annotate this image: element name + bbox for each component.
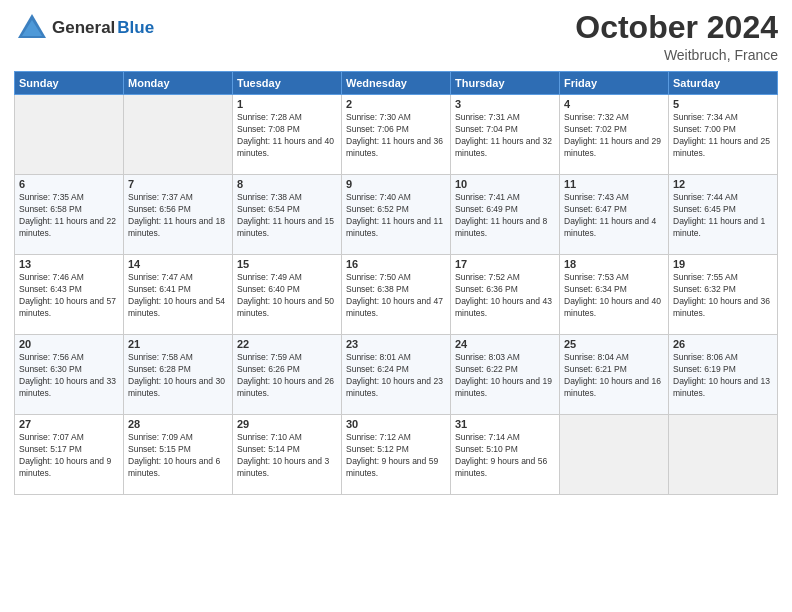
- sunrise-text: Sunrise: 7:32 AM: [564, 112, 629, 122]
- table-row: 6Sunrise: 7:35 AMSunset: 6:58 PMDaylight…: [15, 175, 124, 255]
- day-number: 29: [237, 418, 337, 430]
- sunrise-text: Sunrise: 7:55 AM: [673, 272, 738, 282]
- calendar-page: GeneralBlue October 2024 Weitbruch, Fran…: [0, 0, 792, 612]
- sunset-text: Sunset: 5:12 PM: [346, 444, 409, 454]
- table-row: 20Sunrise: 7:56 AMSunset: 6:30 PMDayligh…: [15, 335, 124, 415]
- day-number: 11: [564, 178, 664, 190]
- daylight-text: Daylight: 10 hours and 13 minutes.: [673, 376, 770, 398]
- daylight-text: Daylight: 10 hours and 23 minutes.: [346, 376, 443, 398]
- day-info: Sunrise: 7:59 AMSunset: 6:26 PMDaylight:…: [237, 352, 337, 400]
- day-info: Sunrise: 7:46 AMSunset: 6:43 PMDaylight:…: [19, 272, 119, 320]
- sunrise-text: Sunrise: 7:52 AM: [455, 272, 520, 282]
- day-info: Sunrise: 7:07 AMSunset: 5:17 PMDaylight:…: [19, 432, 119, 480]
- day-number: 31: [455, 418, 555, 430]
- day-info: Sunrise: 8:03 AMSunset: 6:22 PMDaylight:…: [455, 352, 555, 400]
- day-info: Sunrise: 7:56 AMSunset: 6:30 PMDaylight:…: [19, 352, 119, 400]
- day-info: Sunrise: 7:12 AMSunset: 5:12 PMDaylight:…: [346, 432, 446, 480]
- daylight-text: Daylight: 10 hours and 16 minutes.: [564, 376, 661, 398]
- sunset-text: Sunset: 6:28 PM: [128, 364, 191, 374]
- day-number: 16: [346, 258, 446, 270]
- daylight-text: Daylight: 10 hours and 43 minutes.: [455, 296, 552, 318]
- day-info: Sunrise: 8:01 AMSunset: 6:24 PMDaylight:…: [346, 352, 446, 400]
- day-number: 1: [237, 98, 337, 110]
- table-row: 31Sunrise: 7:14 AMSunset: 5:10 PMDayligh…: [451, 415, 560, 495]
- sunset-text: Sunset: 7:06 PM: [346, 124, 409, 134]
- day-number: 15: [237, 258, 337, 270]
- sunset-text: Sunset: 7:02 PM: [564, 124, 627, 134]
- table-row: 25Sunrise: 8:04 AMSunset: 6:21 PMDayligh…: [560, 335, 669, 415]
- day-info: Sunrise: 7:43 AMSunset: 6:47 PMDaylight:…: [564, 192, 664, 240]
- sunrise-text: Sunrise: 7:40 AM: [346, 192, 411, 202]
- sunset-text: Sunset: 6:45 PM: [673, 204, 736, 214]
- col-friday: Friday: [560, 72, 669, 95]
- table-row: [15, 95, 124, 175]
- day-info: Sunrise: 7:52 AMSunset: 6:36 PMDaylight:…: [455, 272, 555, 320]
- daylight-text: Daylight: 10 hours and 40 minutes.: [564, 296, 661, 318]
- table-row: 11Sunrise: 7:43 AMSunset: 6:47 PMDayligh…: [560, 175, 669, 255]
- daylight-text: Daylight: 10 hours and 50 minutes.: [237, 296, 334, 318]
- daylight-text: Daylight: 10 hours and 57 minutes.: [19, 296, 116, 318]
- sunset-text: Sunset: 6:54 PM: [237, 204, 300, 214]
- day-number: 2: [346, 98, 446, 110]
- sunrise-text: Sunrise: 7:44 AM: [673, 192, 738, 202]
- table-row: 21Sunrise: 7:58 AMSunset: 6:28 PMDayligh…: [124, 335, 233, 415]
- sunset-text: Sunset: 6:49 PM: [455, 204, 518, 214]
- daylight-text: Daylight: 9 hours and 56 minutes.: [455, 456, 547, 478]
- daylight-text: Daylight: 10 hours and 30 minutes.: [128, 376, 225, 398]
- sunset-text: Sunset: 6:30 PM: [19, 364, 82, 374]
- col-sunday: Sunday: [15, 72, 124, 95]
- table-row: 17Sunrise: 7:52 AMSunset: 6:36 PMDayligh…: [451, 255, 560, 335]
- calendar-week-row: 1Sunrise: 7:28 AMSunset: 7:08 PMDaylight…: [15, 95, 778, 175]
- day-info: Sunrise: 7:44 AMSunset: 6:45 PMDaylight:…: [673, 192, 773, 240]
- table-row: [124, 95, 233, 175]
- day-number: 22: [237, 338, 337, 350]
- sunrise-text: Sunrise: 8:01 AM: [346, 352, 411, 362]
- col-tuesday: Tuesday: [233, 72, 342, 95]
- table-row: 10Sunrise: 7:41 AMSunset: 6:49 PMDayligh…: [451, 175, 560, 255]
- daylight-text: Daylight: 10 hours and 26 minutes.: [237, 376, 334, 398]
- sunrise-text: Sunrise: 7:09 AM: [128, 432, 193, 442]
- sunrise-text: Sunrise: 7:47 AM: [128, 272, 193, 282]
- calendar-week-row: 27Sunrise: 7:07 AMSunset: 5:17 PMDayligh…: [15, 415, 778, 495]
- calendar-week-row: 6Sunrise: 7:35 AMSunset: 6:58 PMDaylight…: [15, 175, 778, 255]
- daylight-text: Daylight: 11 hours and 36 minutes.: [346, 136, 443, 158]
- table-row: 19Sunrise: 7:55 AMSunset: 6:32 PMDayligh…: [669, 255, 778, 335]
- title-area: October 2024 Weitbruch, France: [575, 10, 778, 63]
- table-row: 14Sunrise: 7:47 AMSunset: 6:41 PMDayligh…: [124, 255, 233, 335]
- day-info: Sunrise: 7:14 AMSunset: 5:10 PMDaylight:…: [455, 432, 555, 480]
- month-title: October 2024: [575, 10, 778, 45]
- day-info: Sunrise: 7:10 AMSunset: 5:14 PMDaylight:…: [237, 432, 337, 480]
- day-number: 23: [346, 338, 446, 350]
- daylight-text: Daylight: 11 hours and 29 minutes.: [564, 136, 661, 158]
- sunset-text: Sunset: 6:34 PM: [564, 284, 627, 294]
- day-info: Sunrise: 7:09 AMSunset: 5:15 PMDaylight:…: [128, 432, 228, 480]
- day-number: 4: [564, 98, 664, 110]
- sunset-text: Sunset: 5:15 PM: [128, 444, 191, 454]
- sunrise-text: Sunrise: 7:31 AM: [455, 112, 520, 122]
- table-row: 23Sunrise: 8:01 AMSunset: 6:24 PMDayligh…: [342, 335, 451, 415]
- daylight-text: Daylight: 10 hours and 9 minutes.: [19, 456, 111, 478]
- table-row: 4Sunrise: 7:32 AMSunset: 7:02 PMDaylight…: [560, 95, 669, 175]
- sunrise-text: Sunrise: 7:59 AM: [237, 352, 302, 362]
- sunrise-text: Sunrise: 7:56 AM: [19, 352, 84, 362]
- sunset-text: Sunset: 6:24 PM: [346, 364, 409, 374]
- day-number: 14: [128, 258, 228, 270]
- day-number: 26: [673, 338, 773, 350]
- table-row: 5Sunrise: 7:34 AMSunset: 7:00 PMDaylight…: [669, 95, 778, 175]
- sunset-text: Sunset: 6:40 PM: [237, 284, 300, 294]
- daylight-text: Daylight: 11 hours and 4 minutes.: [564, 216, 656, 238]
- sunrise-text: Sunrise: 7:50 AM: [346, 272, 411, 282]
- sunset-text: Sunset: 6:26 PM: [237, 364, 300, 374]
- day-info: Sunrise: 7:50 AMSunset: 6:38 PMDaylight:…: [346, 272, 446, 320]
- sunset-text: Sunset: 6:43 PM: [19, 284, 82, 294]
- calendar-week-row: 13Sunrise: 7:46 AMSunset: 6:43 PMDayligh…: [15, 255, 778, 335]
- day-number: 17: [455, 258, 555, 270]
- col-wednesday: Wednesday: [342, 72, 451, 95]
- sunrise-text: Sunrise: 7:35 AM: [19, 192, 84, 202]
- table-row: 2Sunrise: 7:30 AMSunset: 7:06 PMDaylight…: [342, 95, 451, 175]
- header: GeneralBlue October 2024 Weitbruch, Fran…: [14, 10, 778, 63]
- day-info: Sunrise: 7:35 AMSunset: 6:58 PMDaylight:…: [19, 192, 119, 240]
- sunset-text: Sunset: 6:21 PM: [564, 364, 627, 374]
- sunrise-text: Sunrise: 7:28 AM: [237, 112, 302, 122]
- table-row: 3Sunrise: 7:31 AMSunset: 7:04 PMDaylight…: [451, 95, 560, 175]
